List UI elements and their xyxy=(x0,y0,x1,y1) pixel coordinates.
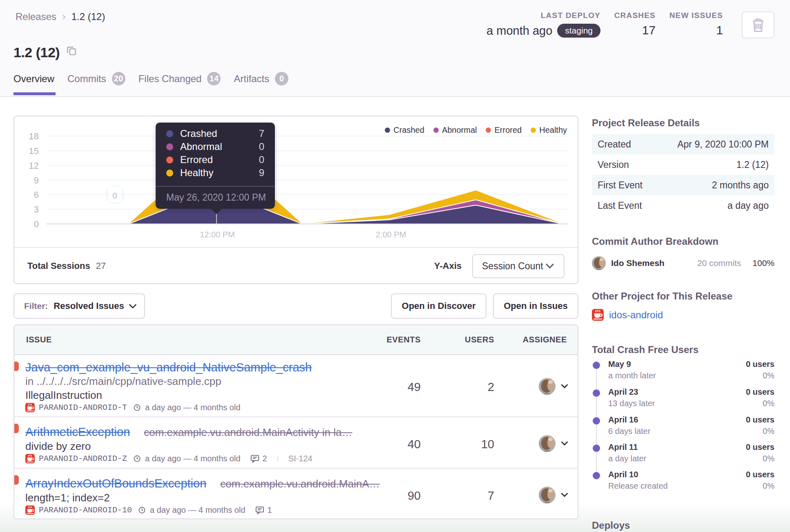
svg-text:18: 18 xyxy=(29,131,39,141)
svg-text:3: 3 xyxy=(34,204,39,215)
svg-text:15: 15 xyxy=(29,146,39,156)
svg-text:9: 9 xyxy=(34,175,39,186)
svg-text:0: 0 xyxy=(112,191,117,200)
svg-text:6: 6 xyxy=(34,190,39,200)
svg-text:12: 12 xyxy=(29,161,39,171)
svg-text:2:00 PM: 2:00 PM xyxy=(376,230,406,239)
svg-text:0: 0 xyxy=(34,219,39,229)
svg-text:12:00 PM: 12:00 PM xyxy=(200,230,235,239)
